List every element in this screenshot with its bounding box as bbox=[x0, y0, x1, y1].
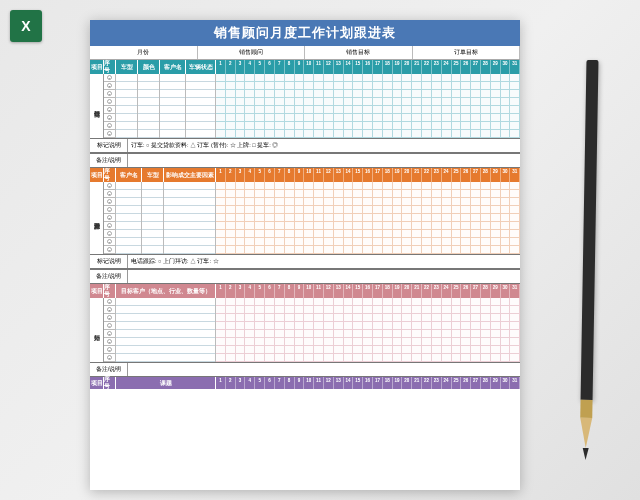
s2-vertical-label: 重点客户跟进计划 bbox=[90, 182, 104, 254]
s3-row-numbers: 12345678 bbox=[104, 298, 116, 362]
s1-detail-cols bbox=[116, 74, 216, 138]
section3-header: 项目 序号 目标客户（地点、行业、数量等） 123456789101112131… bbox=[90, 284, 520, 298]
page-title: 销售顾问月度工作计划跟进表 bbox=[90, 20, 520, 46]
excel-icon: X bbox=[10, 10, 42, 42]
s2-note-value bbox=[128, 270, 520, 283]
s1-days: 1234567891011121314151617181920212223242… bbox=[216, 60, 520, 74]
info-header-row: 月份 销售顾问 销售目标 订单目标 bbox=[90, 46, 520, 60]
s2-stub: 项目 bbox=[90, 168, 104, 182]
s1-note-label: 备注/说明 bbox=[90, 154, 128, 167]
section4-header: 项目 序号 课题 1234567891011121314151617181920… bbox=[90, 377, 520, 389]
s1-note: 备注/说明 bbox=[90, 153, 520, 168]
s2-legend-text: 电话跟踪: ○ 上门拜访: △ 订车: ☆ bbox=[128, 255, 520, 268]
s2-seq: 序号 bbox=[104, 168, 116, 182]
s2-col-customer: 客户名 bbox=[116, 168, 142, 182]
s4-days: 1234567891011121314151617181920212223242… bbox=[216, 377, 520, 389]
s1-col-color: 颜色 bbox=[138, 60, 160, 74]
s3-seq: 序号 bbox=[104, 284, 116, 298]
s2-note: 备注/说明 bbox=[90, 269, 520, 284]
document-page: 销售顾问月度工作计划跟进表 月份 销售顾问 销售目标 订单目标 项目 序号 车型… bbox=[90, 20, 520, 490]
s3-note-label: 备注/说明 bbox=[90, 363, 128, 376]
s2-detail-cols bbox=[116, 182, 216, 254]
s2-legend: 标记说明 电话跟踪: ○ 上门拜访: △ 订车: ☆ bbox=[90, 254, 520, 269]
s2-days: 1234567891011121314151617181920212223242… bbox=[216, 168, 520, 182]
info-month: 月份 bbox=[90, 46, 198, 59]
info-sales-target: 销售目标 bbox=[305, 46, 413, 59]
s3-detail-cols bbox=[116, 298, 216, 362]
s2-row-numbers: 123456789 bbox=[104, 182, 116, 254]
s1-col-status: 车辆状态 bbox=[186, 60, 216, 74]
s4-col-topic: 课题 bbox=[116, 377, 216, 389]
s1-note-value bbox=[128, 154, 520, 167]
section-topics: 项目 序号 课题 1234567891011121314151617181920… bbox=[90, 377, 520, 389]
s2-note-label: 备注/说明 bbox=[90, 270, 128, 283]
excel-icon-letter: X bbox=[21, 18, 30, 34]
s2-grid bbox=[216, 182, 520, 254]
s2-legend-label: 标记说明 bbox=[90, 255, 128, 268]
section-followup: 项目 序号 客户名 车型 影响成交主要因素 123456789101112131… bbox=[90, 168, 520, 284]
s1-stub: 项目 bbox=[90, 60, 104, 74]
s1-vertical-label: 订单线交付计划 bbox=[90, 74, 104, 138]
s2-col-factor: 影响成交主要因素 bbox=[164, 168, 216, 182]
section1-header: 项目 序号 车型 颜色 客户名 车辆状态 1234567891011121314… bbox=[90, 60, 520, 74]
s3-stub: 项目 bbox=[90, 284, 104, 298]
s3-vertical-label: 外拓计划 bbox=[90, 298, 104, 362]
s3-col-target: 目标客户（地点、行业、数量等） bbox=[116, 284, 216, 298]
s1-col-model: 车型 bbox=[116, 60, 138, 74]
s3-grid bbox=[216, 298, 520, 362]
section2-header: 项目 序号 客户名 车型 影响成交主要因素 123456789101112131… bbox=[90, 168, 520, 182]
s3-note: 备注/说明 bbox=[90, 362, 520, 377]
section-delivery: 项目 序号 车型 颜色 客户名 车辆状态 1234567891011121314… bbox=[90, 60, 520, 168]
info-consultant: 销售顾问 bbox=[198, 46, 306, 59]
s4-seq: 序号 bbox=[104, 377, 116, 389]
info-order-target: 订单目标 bbox=[413, 46, 521, 59]
s1-grid bbox=[216, 74, 520, 138]
s1-seq: 序号 bbox=[104, 60, 116, 74]
pencil-decoration bbox=[580, 60, 599, 460]
s1-legend-label: 标记说明 bbox=[90, 139, 128, 152]
s2-col-model: 车型 bbox=[142, 168, 164, 182]
s1-col-customer: 客户名 bbox=[160, 60, 186, 74]
s1-legend: 标记说明 订车: ○ 提交贷款资料: △ 订车 (暂付): ☆ 上牌: □ 提车… bbox=[90, 138, 520, 153]
s1-row-numbers: 12345678 bbox=[104, 74, 116, 138]
s3-note-value bbox=[128, 363, 520, 376]
s4-stub: 项目 bbox=[90, 377, 104, 389]
s3-days: 1234567891011121314151617181920212223242… bbox=[216, 284, 520, 298]
section-outreach: 项目 序号 目标客户（地点、行业、数量等） 123456789101112131… bbox=[90, 284, 520, 377]
s1-legend-text: 订车: ○ 提交贷款资料: △ 订车 (暂付): ☆ 上牌: □ 提车: ◎ bbox=[128, 139, 520, 152]
